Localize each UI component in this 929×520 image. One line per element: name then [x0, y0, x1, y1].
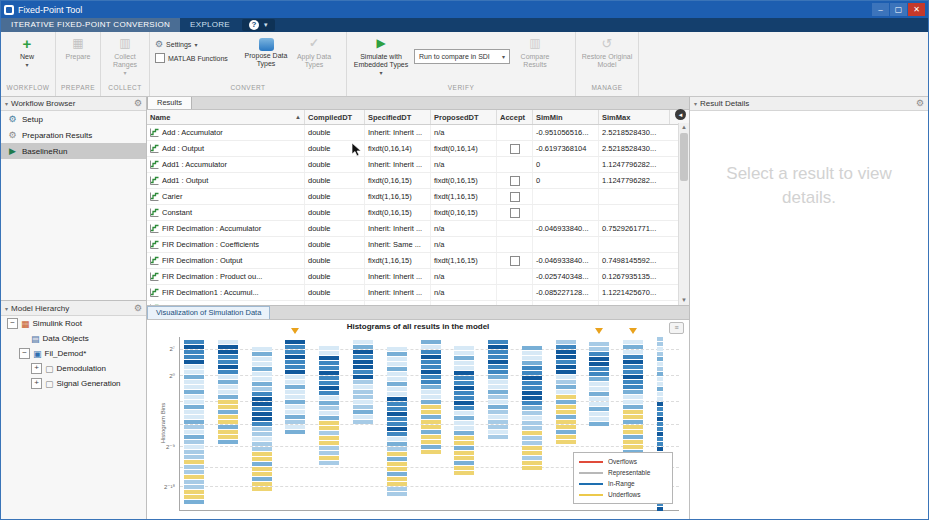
- tab-explore[interactable]: EXPLORE: [180, 18, 240, 32]
- chevron-down-icon[interactable]: ▾: [694, 100, 697, 107]
- histogram-bin: [252, 397, 272, 401]
- column-header-simmax[interactable]: SimMax: [599, 110, 670, 124]
- workflow-browser-gear-icon[interactable]: ⚙: [134, 98, 142, 108]
- matlab-functions-checkbox[interactable]: [155, 53, 165, 63]
- help-icon[interactable]: ?: [249, 20, 259, 30]
- table-row[interactable]: FIR Decimation : Outputdoublefixdt(1,16,…: [147, 253, 689, 269]
- histogram-bin: [421, 450, 441, 454]
- histogram-bin: [184, 415, 204, 419]
- ribbon-collapse-icon[interactable]: ▾: [264, 21, 268, 29]
- histogram-bin: [421, 385, 441, 389]
- tree-item-signal-generation[interactable]: +▢Signal Generation: [1, 376, 146, 391]
- histogram-column[interactable]: [319, 337, 339, 510]
- histogram-column[interactable]: [353, 337, 373, 510]
- workflow-item-setup[interactable]: ⚙Setup: [1, 111, 146, 127]
- propose-data-types-button[interactable]: Propose Data Types: [243, 35, 289, 68]
- model-hierarchy-gear-icon[interactable]: ⚙: [134, 303, 142, 313]
- collapse-icon[interactable]: −: [19, 348, 30, 359]
- table-row[interactable]: Add : AccumulatordoubleInherit: Inherit …: [147, 125, 689, 141]
- chevron-down-icon[interactable]: ▾: [5, 100, 8, 107]
- histogram-column[interactable]: [184, 337, 204, 510]
- histogram-bin: [218, 415, 238, 419]
- warning-marker-icon: [291, 328, 299, 334]
- histogram-bin: [184, 445, 204, 449]
- table-row[interactable]: Add : Outputdoublefixdt(0,16,14)fixdt(0,…: [147, 141, 689, 157]
- table-menu-button[interactable]: ◂: [675, 109, 686, 120]
- accept-checkbox[interactable]: [510, 208, 520, 218]
- tree-item-demodulation[interactable]: +▢Demodulation: [1, 361, 146, 376]
- vertical-scrollbar[interactable]: ▲ ▼: [678, 123, 689, 305]
- histogram-bin: [589, 347, 609, 351]
- histogram-bin: [319, 401, 339, 405]
- tree-item-simulink-root[interactable]: −▦Simulink Root: [1, 316, 146, 331]
- simulate-embedded-button[interactable]: Simulate with Embedded Types ▾: [350, 35, 412, 77]
- column-header-proposeddt[interactable]: ProposedDT: [431, 110, 497, 124]
- accept-checkbox[interactable]: [510, 256, 520, 266]
- histogram-column[interactable]: [252, 337, 272, 510]
- expand-icon[interactable]: +: [31, 363, 42, 374]
- workflow-item-baselinerun[interactable]: ▶BaselineRun: [1, 143, 146, 159]
- collapse-icon[interactable]: −: [7, 318, 18, 329]
- table-row[interactable]: Constantdoublefixdt(0,16,15)fixdt(0,16,1…: [147, 205, 689, 221]
- combo-dropdown-icon: ▾: [502, 53, 505, 60]
- new-button[interactable]: New ▾: [4, 35, 50, 69]
- column-header-accept[interactable]: Accept: [497, 110, 533, 124]
- table-row[interactable]: Add1 : AccumulatordoubleInherit: Inherit…: [147, 157, 689, 173]
- legend-entry: In-Range: [579, 478, 667, 489]
- histogram-column[interactable]: [387, 337, 407, 510]
- maximize-button[interactable]: ▢: [890, 3, 907, 16]
- accept-checkbox[interactable]: [510, 192, 520, 202]
- table-row[interactable]: FIR Decimation : AccumulatordoubleInheri…: [147, 221, 689, 237]
- histogram-bin: [285, 430, 305, 434]
- histogram-bin: [285, 405, 305, 409]
- scrollbar-thumb[interactable]: [680, 133, 688, 181]
- axes-toolbar-icon[interactable]: [669, 322, 684, 334]
- close-button[interactable]: ✕: [908, 3, 925, 16]
- tab-iterative-fixed-point-conversion[interactable]: ITERATIVE FIXED-POINT CONVERSION: [1, 18, 180, 32]
- tree-item-fil-demod-[interactable]: −▣Fil_Demod*: [1, 346, 146, 361]
- histogram-column[interactable]: [421, 337, 441, 510]
- scroll-down-icon[interactable]: ▼: [679, 296, 689, 305]
- histogram-bin: [184, 355, 204, 359]
- column-header-specifieddt[interactable]: SpecifiedDT: [365, 110, 431, 124]
- histogram-column[interactable]: [522, 337, 542, 510]
- table-row[interactable]: Carierdoublefixdt(1,16,15)fixdt(1,16,15): [147, 189, 689, 205]
- histogram-bin: [285, 355, 305, 359]
- scroll-up-icon[interactable]: ▲: [679, 123, 689, 132]
- tab-visualization[interactable]: Visualization of Simulation Data: [147, 306, 270, 319]
- table-row[interactable]: FIR Decimation : Product ou...doubleInhe…: [147, 269, 689, 285]
- histogram-plot: OverflowsRepresentableIn-RangeUnderflows: [179, 337, 679, 511]
- table-row[interactable]: FIR Decimation : CoefficientsdoubleInher…: [147, 237, 689, 253]
- table-row[interactable]: FIR Decimation1 : Accumul...doubleInheri…: [147, 285, 689, 301]
- column-header-simmin[interactable]: SimMin: [533, 110, 599, 124]
- result-details-gear-icon[interactable]: ⚙: [916, 98, 924, 108]
- workflow-item-preparation-results[interactable]: ⚙Preparation Results: [1, 127, 146, 143]
- histogram-bin: [657, 442, 663, 446]
- histogram-column[interactable]: [454, 337, 474, 510]
- histogram-column[interactable]: [488, 337, 508, 510]
- histogram-column[interactable]: [285, 337, 305, 510]
- chevron-down-icon[interactable]: ▾: [5, 305, 8, 312]
- tree-item-data-objects[interactable]: ▤Data Objects: [1, 331, 146, 346]
- histogram-bin: [454, 431, 474, 435]
- accept-checkbox[interactable]: [510, 144, 520, 154]
- accept-checkbox[interactable]: [510, 176, 520, 186]
- histogram-bin: [589, 377, 609, 381]
- run-compare-sdi-combo[interactable]: Run to compare in SDI ▾: [414, 49, 510, 64]
- histogram-bin: [184, 405, 204, 409]
- histogram-bin: [522, 396, 542, 400]
- histogram-bin: [387, 412, 407, 416]
- column-header-compileddt[interactable]: CompiledDT: [305, 110, 365, 124]
- table-row[interactable]: Add1 : Outputdoublefixdt(0,16,15)fixdt(0…: [147, 173, 689, 189]
- matlab-functions-toggle[interactable]: MATLAB Functions: [155, 53, 239, 63]
- settings-button[interactable]: ⚙ Settings ▾: [155, 39, 239, 49]
- column-header-name[interactable]: Name▲: [147, 110, 305, 124]
- minimize-button[interactable]: –: [872, 3, 889, 16]
- warning-marker-icon: [629, 328, 637, 334]
- tab-results[interactable]: Results: [147, 96, 192, 109]
- histogram-bin: [421, 435, 441, 439]
- histogram-column[interactable]: [218, 337, 238, 510]
- expand-icon[interactable]: +: [31, 378, 42, 389]
- legend-swatch: [579, 483, 603, 485]
- ribbon-group-prepare: Prepare PREPARE: [56, 32, 101, 96]
